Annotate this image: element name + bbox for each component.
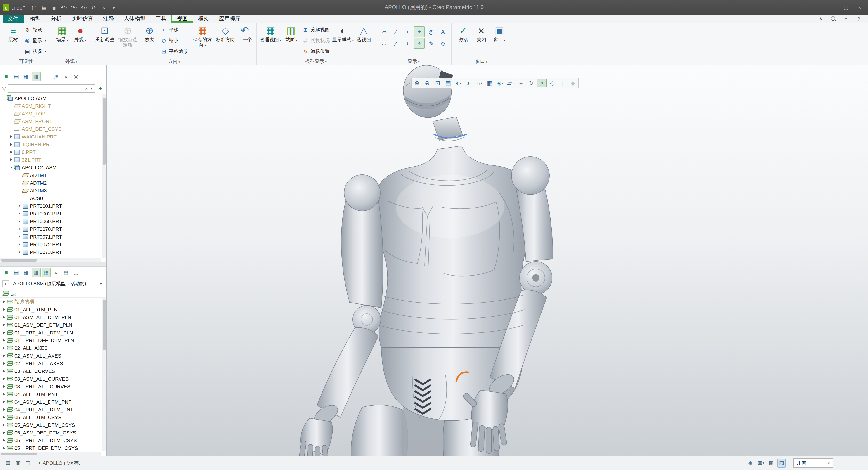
layer-panel-icon[interactable]: ▢ [71,268,81,277]
ribbon-tab[interactable]: 框架 [193,15,214,23]
ribbon-tab[interactable]: 文件 [3,15,24,23]
model-tree-item[interactable]: JIQIREN.PRT [0,140,101,148]
expand-arrow[interactable] [2,347,6,349]
close-button[interactable]: × [854,3,866,11]
panel-splitter[interactable] [0,262,106,267]
select-scope-icon[interactable]: ▸ [2,280,9,287]
layer-item[interactable]: 04_ASM_ALL_DTM_PNT [0,398,101,406]
hide-button[interactable]: ⊘ 隐藏 [22,24,48,35]
refit-icon[interactable]: ⊡ [433,79,443,87]
expand-arrow[interactable] [9,158,13,161]
edit-position-button[interactable]: ✎ 编辑位置 [300,46,332,57]
expand-arrow[interactable] [2,400,6,403]
manage-views-button[interactable]: ▦ 管理视图 [259,24,282,58]
close-window-button[interactable]: × 关闭 [472,24,490,58]
model-tree-vscrollbar[interactable] [102,94,106,258]
windows-button[interactable]: ▣ 窗口 [490,24,508,58]
silhouette-edges-toggle[interactable]: ◇ [437,38,448,49]
notes-display-toggle[interactable]: ✎ [426,38,437,49]
layer-item[interactable]: 01__PRT_DEF_DTM_PLN [0,336,101,344]
model-tree-hscrollbar[interactable] [0,258,101,262]
model-tree-item[interactable]: PRT0002.PRT [0,209,101,217]
expand-arrow[interactable] [2,339,6,342]
model-tree-item[interactable]: PRT0072.PRT [0,240,101,248]
filter-add-button[interactable]: + [97,85,104,92]
ribbon-tab[interactable]: 分析 [46,15,66,23]
layer-show-icon[interactable]: ▥ [32,268,41,277]
layer-item[interactable]: 05_ALL_DTM_CSYS [0,413,101,421]
open-file-icon[interactable]: ▤ [39,3,49,12]
repaint-icon[interactable]: ▤ [443,79,453,87]
annotation-display-toggle[interactable]: A [437,26,448,37]
refit-button[interactable]: ⊡ 重新调整 [94,24,115,58]
tree-columns-icon[interactable]: ▥ [32,72,41,81]
model-tree-item[interactable]: 6.PRT [0,148,101,156]
model-tree-item[interactable]: ASM_DEF_CSYS [0,125,101,133]
tree-book-icon[interactable]: ▧ [52,72,61,81]
layer-tree-hscrollbar[interactable] [0,452,101,456]
standard-orientation-button[interactable]: ◇ 标准方向 [215,24,236,58]
scenes-button[interactable]: ▦ 场景 [53,24,71,58]
ribbon-tab[interactable]: 注释 [98,15,119,23]
layer-item[interactable]: 01_ASM_DEF_DTM_PLN [0,321,101,329]
tree-list-icon[interactable]: ▤ [12,72,21,81]
layer-item[interactable]: 05_ASM_DEF_DTM_CSYS [0,429,101,436]
expand-arrow[interactable] [17,235,22,238]
expand-arrow[interactable] [9,143,13,146]
axis-tag-display-toggle[interactable]: ∕ [391,38,401,49]
overflow-chevron-icon[interactable]: » [62,72,70,81]
help-icon[interactable]: ? [855,15,863,22]
zoom-in-icon[interactable]: ⊕ [412,79,422,87]
layer-item[interactable]: 05_ASM_ALL_DTM_CSYS [0,421,101,429]
model-tree-item[interactable]: APOLLO.ASM [0,94,101,102]
expand-arrow[interactable] [9,135,13,138]
layer-tree-toggle-icon[interactable]: ≡ [2,268,11,277]
ribbon-tab[interactable]: 工具 [151,15,172,23]
expand-arrow[interactable] [2,354,6,357]
layer-item[interactable]: 05__PRT_ALL_DTM_CSYS [0,436,101,444]
toggle-status-button[interactable]: ⇄ 切换状况 [300,35,332,46]
ribbon-tab[interactable]: 人体模型 [119,15,151,23]
layer-item[interactable]: 04_ALL_DTM_PNT [0,390,101,398]
layer-list-icon[interactable]: ▤ [12,268,21,277]
model-tree-item[interactable]: APOLLO1.ASM [0,164,101,171]
pan-zoom-button[interactable]: ⊟ 平移缩放 [158,46,190,57]
expand-arrow[interactable] [2,362,6,364]
model-tree-item[interactable]: PRT0069.PRT [0,217,101,225]
point-tag-display-toggle[interactable]: + [402,38,413,49]
model-tree-toggle-icon[interactable]: ≡ [2,72,11,81]
datum-axis-display-toggle[interactable]: ∕ [391,26,401,37]
model-tree-item[interactable]: PRT0071.PRT [0,233,101,240]
spin-center-display-toggle[interactable]: ◎ [426,26,437,37]
tree-grid-icon[interactable]: ▦ [22,72,31,81]
expand-arrow[interactable] [2,423,6,426]
spin-center-icon[interactable]: + [516,79,526,87]
web-browser-icon[interactable]: ▢ [24,459,32,468]
layer-item[interactable]: 01_ASM_ALL_DTM_PLN [0,313,101,321]
layer-item[interactable]: 04__PRT_ALL_DTM_PNT [0,406,101,413]
pan-button[interactable]: + 平移 [158,24,190,35]
ribbon-tab[interactable]: 模型 [25,15,46,23]
expand-arrow[interactable] [17,204,22,207]
tree-sort-icon[interactable]: ↕ [41,72,51,81]
folder-browser-icon[interactable]: ▣ [13,459,22,468]
maximize-button[interactable]: ▢ [840,3,852,11]
find-tool-icon[interactable]: ▨ [777,459,786,468]
layer-item[interactable]: 02_ALL_AXES [0,344,101,352]
show-button[interactable]: ◉ 显示 [22,35,48,46]
graphics-area[interactable]: ⊕⊖⊡▤◐◑⌂▦◈▱+↻⌖◇∥◆ [107,65,868,456]
expand-arrow[interactable] [2,300,6,303]
3d-mode-icon[interactable]: ◆ [568,79,578,87]
3d-dragger-icon[interactable]: + [736,459,744,468]
zoom-out-button[interactable]: ⊖ 缩小 [158,35,190,46]
layer-item[interactable]: 隐藏的项 [0,298,101,305]
layer-grid-icon[interactable]: ▦ [22,268,31,277]
expand-arrow[interactable] [2,331,6,334]
layer-options-icon[interactable]: ▧ [41,268,51,277]
overflow-chevron-icon[interactable]: » [52,268,61,277]
expand-arrow[interactable] [2,377,6,380]
sections-button[interactable]: ▥ 截面 [282,24,300,58]
expand-arrow[interactable] [2,392,6,395]
model-tree-item[interactable]: ADTM2 [0,179,101,186]
selection-filter-combo[interactable]: 几何 ▾ [793,459,833,468]
